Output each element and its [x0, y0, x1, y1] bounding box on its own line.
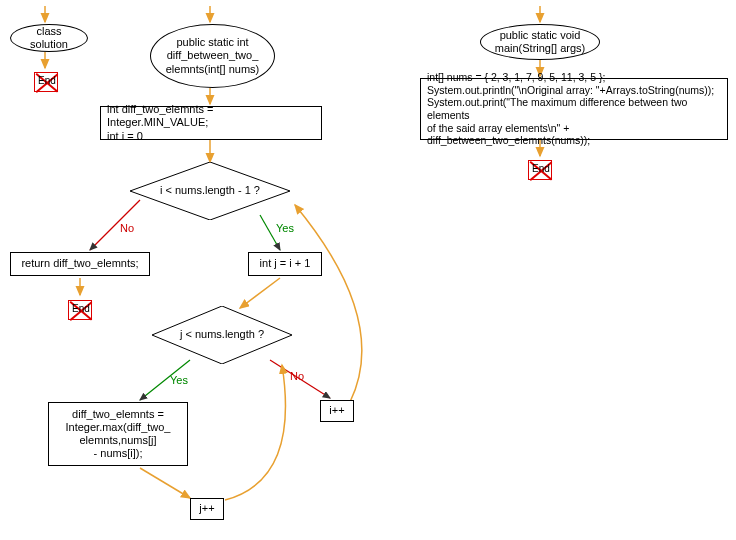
cond-j-text: j < nums.length ?	[180, 328, 264, 341]
end-label-2: End	[72, 303, 90, 314]
node-init-block: int diff_two_elemnts = Integer.MIN_VALUE…	[100, 106, 322, 140]
func-main-text: public static void main(String[] args)	[495, 29, 585, 55]
node-i-inc: i++	[320, 400, 354, 422]
node-func-diff: public static int diff_between_two_ elem…	[150, 24, 275, 88]
node-return: return diff_two_elemnts;	[10, 252, 150, 276]
end-node-3: End	[526, 158, 554, 182]
node-j-inc: j++	[190, 498, 224, 520]
main-body-text: int[] nums = { 2, 3, 1, 7, 9, 5, 11, 3, …	[427, 71, 721, 147]
end-node-2: End	[66, 298, 94, 322]
end-node-1: End	[32, 70, 60, 94]
node-max-block: diff_two_elemnts = Integer.max(diff_two_…	[48, 402, 188, 466]
node-cond-j: j < nums.length ?	[152, 306, 292, 364]
edge-cond-i-yes: Yes	[276, 222, 294, 234]
svg-line-7	[240, 278, 280, 308]
node-func-main: public static void main(String[] args)	[480, 24, 600, 60]
return-text: return diff_two_elemnts;	[21, 257, 138, 270]
node-class-solution: class solution	[10, 24, 88, 52]
i-inc-text: i++	[329, 404, 344, 417]
int-j-text: int j = i + 1	[260, 257, 311, 270]
end-label-1: End	[38, 75, 56, 86]
edge-cond-j-no: No	[290, 370, 304, 382]
j-inc-text: j++	[199, 502, 214, 515]
node-cond-i: i < nums.length - 1 ?	[130, 162, 290, 220]
class-solution-text: class solution	[19, 25, 79, 51]
cond-i-text: i < nums.length - 1 ?	[160, 184, 260, 197]
func-diff-text: public static int diff_between_two_ elem…	[166, 36, 260, 76]
node-main-body: int[] nums = { 2, 3, 1, 7, 9, 5, 11, 3, …	[420, 78, 728, 140]
init-block-text: int diff_two_elemnts = Integer.MIN_VALUE…	[107, 103, 315, 143]
node-int-j: int j = i + 1	[248, 252, 322, 276]
max-block-text: diff_two_elemnts = Integer.max(diff_two_…	[66, 408, 171, 461]
edge-cond-i-no: No	[120, 222, 134, 234]
end-label-3: End	[532, 163, 550, 174]
edge-cond-j-yes: Yes	[170, 374, 188, 386]
